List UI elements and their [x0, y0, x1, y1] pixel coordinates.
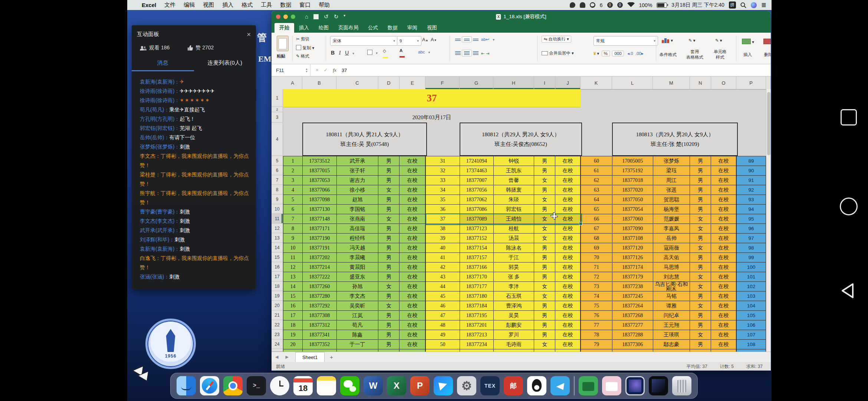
- table-row[interactable]: 3418377056韩拯寰男在校: [425, 185, 581, 195]
- table-cell[interactable]: 在校: [555, 253, 581, 263]
- table-cell[interactable]: 李晨曦: [337, 253, 379, 263]
- table-cell[interactable]: 18377234: [460, 340, 494, 349]
- increase-decimal-button[interactable]: .00▸: [635, 51, 644, 56]
- cell-styles-button[interactable]: 单元格样式: [714, 49, 727, 60]
- table-cell[interactable]: 闫纪卓: [653, 311, 690, 320]
- siri-icon[interactable]: [751, 2, 757, 8]
- table-cell[interactable]: 100: [736, 263, 766, 272]
- table-cell[interactable]: 在校: [711, 156, 736, 166]
- table-cell[interactable]: 39: [425, 234, 460, 243]
- table-row[interactable]: 6218377018周江男在校: [581, 176, 736, 185]
- table-cell[interactable]: 64: [581, 195, 612, 205]
- score-column[interactable]: 8990919293949596979899100101102103104105…: [736, 156, 766, 352]
- table-cell[interactable]: 13: [283, 272, 303, 282]
- table-cell[interactable]: 刘志慧: [653, 272, 690, 282]
- table-cell[interactable]: 男: [378, 224, 400, 234]
- table-cell[interactable]: 在校: [555, 195, 581, 205]
- table-cell[interactable]: 66: [581, 214, 612, 224]
- table-cell[interactable]: [283, 349, 303, 352]
- table-cell[interactable]: 18377184: [460, 301, 494, 311]
- table-cell[interactable]: [303, 349, 337, 352]
- table-cell[interactable]: 18377090: [612, 224, 653, 234]
- table-cell[interactable]: 张燕南: [337, 214, 379, 224]
- table-cell[interactable]: 男: [378, 340, 400, 349]
- table-cell[interactable]: 程经纬: [337, 234, 379, 243]
- table-cell[interactable]: 在校: [711, 311, 736, 320]
- row-header-25[interactable]: [272, 349, 283, 352]
- table-cell[interactable]: 62: [581, 176, 612, 185]
- table-cell[interactable]: 男: [534, 185, 555, 195]
- table-cell[interactable]: 男: [378, 195, 400, 205]
- table-cell[interactable]: 18377060: [612, 214, 653, 224]
- table-cell[interactable]: 在校: [711, 320, 736, 330]
- table-cell[interactable]: 18377056: [460, 185, 494, 195]
- menu-item-4[interactable]: 插入: [218, 1, 237, 9]
- table-cell[interactable]: 在校: [555, 340, 581, 349]
- table-cell[interactable]: 王瑛琪: [653, 330, 690, 340]
- table-row[interactable]: 2018377352于一丁男在校: [283, 340, 425, 349]
- table-cell[interactable]: 女: [378, 214, 400, 224]
- row-header-3[interactable]: 3: [272, 112, 283, 123]
- table-cell[interactable]: 89: [736, 156, 766, 166]
- italic-button[interactable]: I: [339, 50, 341, 56]
- table-cell[interactable]: 男: [378, 156, 400, 166]
- table-cell[interactable]: 于一丁: [337, 340, 379, 349]
- class-header-180811[interactable]: 180811（共30人 男21人 女9人）班主任:吴 昊(07548): [302, 123, 427, 156]
- table-cell[interactable]: 女: [534, 282, 555, 291]
- table-row[interactable]: 7518377264谭雅女在校: [581, 301, 736, 311]
- recent-apps-button[interactable]: [841, 109, 857, 125]
- table-cell[interactable]: 在校: [400, 156, 425, 166]
- table-cell[interactable]: 石玉琪: [494, 291, 535, 301]
- table-cell[interactable]: 18377130: [303, 205, 337, 214]
- table-row[interactable]: 1118377202李晨曦男在校: [283, 253, 425, 263]
- table-cell[interactable]: 11: [283, 253, 303, 263]
- row-header-8[interactable]: 8: [272, 185, 283, 195]
- table-cell[interactable]: 5: [283, 195, 303, 205]
- table-row[interactable]: 95: [736, 214, 766, 224]
- table-row[interactable]: 1518377280李文杰男在校: [283, 291, 425, 301]
- class2-table[interactable]: 3117241094钟锐男在校3217374463王凯东男在校331837700…: [425, 156, 581, 352]
- table-cell[interactable]: 在校: [400, 272, 425, 282]
- name-box-stepper[interactable]: ▲▼: [305, 68, 308, 73]
- add-sheet-button[interactable]: +: [325, 354, 338, 360]
- table-row[interactable]: 3818377123桂航女在校: [425, 224, 581, 234]
- table-cell[interactable]: 14: [283, 282, 303, 291]
- table-cell[interactable]: 郭昊: [494, 263, 535, 272]
- cut-button[interactable]: ✂ 剪切: [296, 36, 309, 42]
- table-row[interactable]: 4818377201彭鹏安男在校: [425, 320, 581, 330]
- row-header-9[interactable]: 9: [272, 195, 283, 204]
- phonetic-button[interactable]: abc ▾: [418, 50, 430, 54]
- table-cell[interactable]: 18377123: [460, 224, 494, 234]
- table-row[interactable]: 4918377213罗川男在校: [425, 330, 581, 340]
- table-cell[interactable]: 王元翔: [653, 320, 690, 330]
- table-cell[interactable]: 18377015: [303, 166, 337, 176]
- grow-font-button[interactable]: A▲ A▼: [422, 37, 437, 42]
- table-cell[interactable]: 99: [736, 253, 766, 263]
- table-cell[interactable]: 李国铭: [337, 205, 379, 214]
- table-cell[interactable]: 女: [690, 224, 711, 234]
- table-cell[interactable]: 在校: [400, 291, 425, 301]
- table-cell[interactable]: 在校: [400, 263, 425, 272]
- table-cell[interactable]: 18377062: [460, 195, 494, 205]
- table-cell[interactable]: 在校: [711, 263, 736, 272]
- table-cell[interactable]: 在校: [711, 224, 736, 234]
- table-cell[interactable]: 6: [283, 205, 303, 214]
- table-cell[interactable]: 101: [736, 272, 766, 282]
- table-cell[interactable]: 在校: [555, 234, 581, 243]
- finder-dock-icon[interactable]: [177, 376, 196, 395]
- table-cell[interactable]: 女: [378, 301, 400, 311]
- undo-icon[interactable]: ↺: [324, 13, 329, 20]
- table-cell[interactable]: 17374463: [460, 166, 494, 176]
- row-header-21[interactable]: 21: [272, 310, 283, 320]
- table-cell[interactable]: [736, 349, 766, 352]
- table-cell[interactable]: 男: [690, 176, 711, 185]
- table-cell[interactable]: [555, 349, 581, 352]
- table-cell[interactable]: 男: [378, 166, 400, 176]
- table-row[interactable]: 4418377177李洋女在校: [425, 282, 581, 291]
- table-cell[interactable]: 18377180: [460, 291, 494, 301]
- table-row[interactable]: 1418377260孙旭女在校: [283, 282, 425, 291]
- row-header-20[interactable]: 20: [272, 301, 283, 310]
- table-cell[interactable]: 男: [534, 263, 555, 272]
- ribbon-tab-6[interactable]: 审阅: [402, 23, 422, 33]
- table-cell[interactable]: 男: [690, 234, 711, 243]
